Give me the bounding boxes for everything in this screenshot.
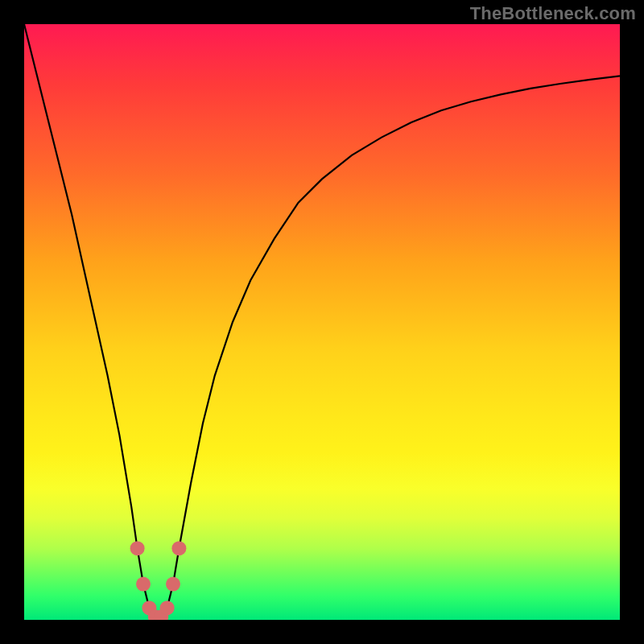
curve-marker [160,601,175,615]
curve-layer [24,24,620,620]
curve-marker [136,577,151,592]
curve-markers [130,541,187,620]
curve-marker [171,541,186,555]
watermark-text: TheBottleneck.com [470,3,636,24]
chart-frame: TheBottleneck.com [0,0,644,644]
plot-area [24,24,620,620]
bottleneck-curve [24,24,620,617]
curve-marker [166,577,180,592]
curve-marker [130,541,145,555]
